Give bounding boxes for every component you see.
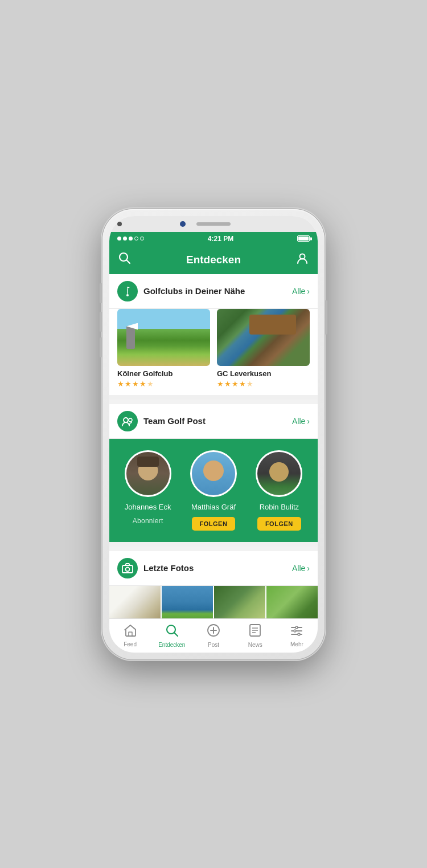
fotos-section: Letzte Fotos Alle › — [109, 551, 318, 618]
club-name-2: GC Leverkusen — [217, 369, 310, 378]
signal-dot-3 — [129, 237, 133, 241]
star-4: ★ — [239, 380, 246, 388]
battery-indicator — [297, 235, 310, 242]
club-card-2[interactable]: GC Leverkusen ★ ★ ★ ★ ★ — [214, 309, 318, 388]
signal-dot-5 — [140, 237, 144, 241]
golfclubs-icon — [117, 281, 138, 301]
app-screen: 4:21 PM Entdecken — [109, 232, 318, 653]
team-section: Team Golf Post Alle › J — [109, 404, 318, 542]
team-cards-row: Johannes Eck Abonniert Matthias Gräf FOL… — [109, 439, 318, 542]
battery-icon — [297, 235, 310, 242]
fotos-section-header: Letzte Fotos Alle › — [109, 551, 318, 586]
svg-point-6 — [124, 418, 128, 422]
foto-thumb-1[interactable] — [109, 586, 161, 618]
golfclubs-row: Kölner Golfclub ★ ★ ★ ★ ★ GC — [109, 309, 318, 395]
golfclubs-section-header: Golfclubs in Deiner Nähe Alle › — [109, 274, 318, 309]
divider-1 — [109, 395, 318, 400]
tab-post[interactable]: Post — [192, 624, 234, 648]
signal-dots — [117, 237, 144, 241]
tab-mehr-label: Mehr — [290, 641, 303, 647]
tab-post-label: Post — [208, 642, 219, 648]
foto-thumb-4[interactable] — [266, 586, 318, 618]
golfclubs-section-left: Golfclubs in Deiner Nähe — [117, 281, 245, 301]
svg-point-25 — [294, 630, 296, 632]
star-5: ★ — [247, 380, 253, 388]
fotos-header-left: Letzte Fotos — [117, 558, 194, 578]
tab-entdecken-label: Entdecken — [158, 642, 185, 648]
team-member-1: Johannes Eck Abonniert — [115, 450, 180, 531]
svg-line-1 — [127, 260, 130, 264]
tab-bar: Feed Entdecken — [109, 618, 318, 653]
battery-fill — [298, 237, 309, 241]
team-title: Team Golf Post — [143, 416, 206, 426]
foto-thumb-3[interactable] — [214, 586, 265, 618]
tab-feed-label: Feed — [124, 641, 137, 647]
signal-dot-4 — [134, 237, 138, 241]
profile-nav-icon[interactable] — [296, 252, 309, 267]
phone-device: 4:21 PM Entdecken — [102, 209, 325, 659]
mehr-icon — [290, 624, 303, 640]
star-1: ★ — [117, 380, 124, 388]
svg-line-12 — [174, 633, 178, 636]
fotos-title: Letzte Fotos — [143, 563, 194, 573]
tab-mehr[interactable]: Mehr — [276, 624, 318, 647]
tab-news[interactable]: News — [235, 624, 276, 648]
main-content: Golfclubs in Deiner Nähe Alle › Kölner G… — [109, 274, 318, 618]
star-2: ★ — [125, 380, 132, 388]
nav-header: Entdecken — [109, 246, 318, 274]
tab-entdecken[interactable]: Entdecken — [151, 624, 192, 648]
phone-screen: 4:21 PM Entdecken — [109, 216, 318, 653]
star-4: ★ — [139, 380, 146, 388]
avatar-3 — [256, 450, 302, 497]
svg-point-7 — [129, 418, 132, 422]
club-name-1: Kölner Golfclub — [117, 369, 210, 378]
tab-feed[interactable]: Feed — [109, 624, 151, 647]
fotos-thumbnails-row — [109, 586, 318, 618]
avatar-photo-2 — [192, 452, 235, 495]
member-name-2: Matthias Gräf — [191, 503, 236, 511]
member-action-1: Abonniert — [133, 517, 163, 525]
follow-button-3[interactable]: FOLGEN — [257, 517, 301, 531]
fotos-icon — [117, 558, 138, 578]
team-member-3: Robin Bulitz FOLGEN — [247, 450, 312, 531]
svg-rect-10 — [129, 632, 132, 636]
avatar-2 — [190, 450, 237, 497]
front-camera — [180, 221, 186, 227]
team-icon — [117, 411, 138, 431]
entdecken-icon — [165, 624, 179, 641]
follow-button-2[interactable]: FOLGEN — [192, 517, 236, 531]
status-bar: 4:21 PM — [109, 232, 318, 246]
foto-thumb-2[interactable] — [162, 586, 213, 618]
member-name-1: Johannes Eck — [125, 503, 171, 511]
svg-marker-5 — [127, 287, 130, 288]
svg-rect-4 — [127, 288, 128, 294]
page-title: Entdecken — [186, 254, 241, 266]
team-alle-button[interactable]: Alle › — [292, 417, 310, 426]
club-card-1[interactable]: Kölner Golfclub ★ ★ ★ ★ ★ — [109, 309, 214, 388]
star-3: ★ — [232, 380, 239, 388]
golf-course-photo-2 — [217, 309, 310, 366]
club-stars-2: ★ ★ ★ ★ ★ — [217, 380, 310, 388]
tab-news-label: News — [248, 642, 262, 648]
status-time: 4:21 PM — [208, 235, 233, 243]
svg-point-22 — [295, 626, 298, 629]
search-nav-icon[interactable] — [118, 252, 131, 267]
phone-top-bar — [109, 216, 318, 232]
club-image-1 — [117, 309, 210, 366]
club-stars-1: ★ ★ ★ ★ ★ — [117, 380, 210, 388]
golfclubs-alle-button[interactable]: Alle › — [292, 287, 310, 296]
star-3: ★ — [132, 380, 139, 388]
team-header-left: Team Golf Post — [117, 411, 206, 431]
team-member-2: Matthias Gräf FOLGEN — [180, 450, 246, 531]
signal-dot-1 — [117, 237, 121, 241]
headphone-jack — [117, 222, 122, 226]
fotos-alle-button[interactable]: Alle › — [292, 564, 310, 573]
star-1: ★ — [217, 380, 224, 388]
speaker — [196, 222, 231, 226]
avatar-photo-3 — [257, 452, 301, 495]
star-5: ★ — [147, 380, 154, 388]
golf-course-photo-1 — [117, 309, 210, 366]
svg-point-3 — [126, 294, 129, 296]
feed-icon — [124, 624, 137, 640]
team-section-header: Team Golf Post Alle › — [109, 404, 318, 439]
